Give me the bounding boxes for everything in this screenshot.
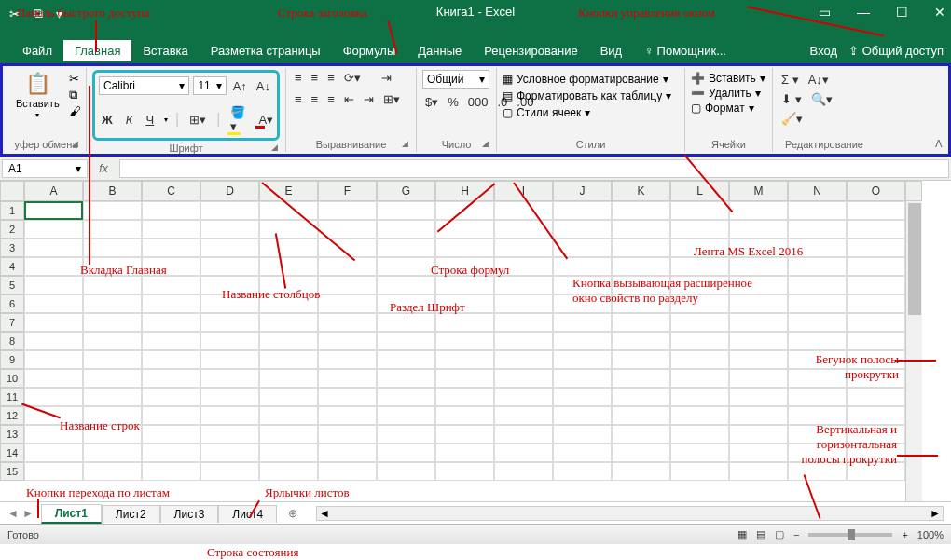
cells-area[interactable] — [24, 201, 905, 501]
cell[interactable] — [259, 220, 318, 239]
cell[interactable] — [612, 462, 670, 481]
cell[interactable] — [435, 444, 494, 462]
tab-home[interactable]: Главная — [63, 40, 131, 61]
cell[interactable] — [847, 425, 905, 444]
row-header[interactable]: 1 — [0, 201, 24, 220]
cell[interactable] — [318, 369, 377, 388]
cell[interactable] — [670, 201, 729, 220]
cell[interactable] — [259, 350, 318, 369]
row-header[interactable]: 3 — [0, 239, 24, 257]
cell[interactable] — [494, 201, 553, 220]
zoom-out-icon[interactable]: − — [793, 529, 799, 540]
row-header[interactable]: 4 — [0, 257, 24, 276]
column-header[interactable]: K — [612, 181, 670, 201]
border-button[interactable]: ⊞▾ — [186, 112, 209, 128]
cell[interactable] — [83, 350, 142, 369]
cell[interactable] — [200, 239, 259, 257]
cell[interactable] — [553, 388, 612, 406]
delete-cells-button[interactable]: ➖ Удалить ▾ — [691, 87, 761, 100]
cell[interactable] — [494, 350, 553, 369]
cell[interactable] — [142, 220, 200, 239]
row-header[interactable]: 13 — [0, 425, 24, 444]
cell[interactable] — [200, 462, 259, 481]
select-all-corner[interactable] — [0, 181, 24, 201]
orientation-button[interactable]: ⟳▾ — [341, 70, 364, 86]
cell[interactable] — [318, 220, 377, 239]
format-cells-button[interactable]: ▢ Формат ▾ — [691, 102, 754, 115]
zoom-slider[interactable] — [808, 533, 892, 537]
cell[interactable] — [259, 369, 318, 388]
cell[interactable] — [847, 201, 905, 220]
cell[interactable] — [847, 444, 905, 462]
cell[interactable] — [670, 462, 729, 481]
cell[interactable] — [24, 406, 83, 425]
cell[interactable] — [788, 313, 847, 332]
cell[interactable] — [318, 388, 377, 406]
cell[interactable] — [553, 276, 612, 294]
cell[interactable] — [847, 350, 905, 369]
cell[interactable] — [729, 388, 788, 406]
currency-button[interactable]: $▾ — [422, 94, 441, 110]
cell[interactable] — [494, 369, 553, 388]
row-header[interactable]: 5 — [0, 276, 24, 294]
close-icon[interactable]: ✕ — [934, 5, 945, 20]
cell[interactable] — [435, 313, 494, 332]
cell[interactable] — [553, 294, 612, 313]
copy-button[interactable]: ⧉ — [69, 88, 81, 102]
cell[interactable] — [377, 332, 435, 350]
cell[interactable] — [847, 294, 905, 313]
cell[interactable] — [729, 294, 788, 313]
column-header[interactable]: M — [729, 181, 788, 201]
cell[interactable] — [435, 406, 494, 425]
cell[interactable] — [847, 276, 905, 294]
cell[interactable] — [670, 257, 729, 276]
cell[interactable] — [788, 276, 847, 294]
cell[interactable] — [83, 201, 142, 220]
cell[interactable] — [788, 444, 847, 462]
cell[interactable] — [553, 462, 612, 481]
cell[interactable] — [377, 462, 435, 481]
cell[interactable] — [24, 313, 83, 332]
percent-button[interactable]: % — [445, 94, 462, 110]
cell[interactable] — [729, 462, 788, 481]
cell[interactable] — [142, 350, 200, 369]
cell[interactable] — [670, 369, 729, 388]
cell[interactable] — [494, 313, 553, 332]
cell[interactable] — [435, 239, 494, 257]
cell[interactable] — [612, 425, 670, 444]
cell[interactable] — [729, 350, 788, 369]
cell[interactable] — [612, 220, 670, 239]
cell[interactable] — [670, 425, 729, 444]
row-header[interactable]: 2 — [0, 220, 24, 239]
cell-styles-button[interactable]: ▢ Стили ячеек ▾ — [503, 105, 590, 120]
cell[interactable] — [670, 388, 729, 406]
cell[interactable] — [494, 220, 553, 239]
cell[interactable] — [259, 388, 318, 406]
row-header[interactable]: 11 — [0, 388, 24, 406]
cell[interactable] — [24, 444, 83, 462]
cell[interactable] — [494, 444, 553, 462]
view-normal-icon[interactable]: ▦ — [737, 528, 747, 540]
name-box[interactable]: A1▾ — [2, 159, 88, 178]
cell[interactable] — [377, 350, 435, 369]
cell[interactable] — [553, 220, 612, 239]
cell[interactable] — [142, 444, 200, 462]
cell[interactable] — [24, 388, 83, 406]
cut-button[interactable]: ✂ — [69, 72, 81, 86]
cell[interactable] — [729, 425, 788, 444]
cell[interactable] — [729, 276, 788, 294]
launcher-icon[interactable]: ◢ — [402, 139, 408, 148]
add-sheet-button[interactable]: ⊕ — [277, 507, 309, 520]
zoom-in-icon[interactable]: + — [902, 529, 907, 540]
cell[interactable] — [200, 220, 259, 239]
cell[interactable] — [318, 350, 377, 369]
cell[interactable] — [200, 350, 259, 369]
cell[interactable] — [142, 201, 200, 220]
cell[interactable] — [847, 406, 905, 425]
cell[interactable] — [729, 406, 788, 425]
cell[interactable] — [377, 444, 435, 462]
cell[interactable] — [377, 369, 435, 388]
cell[interactable] — [612, 388, 670, 406]
cell[interactable] — [612, 369, 670, 388]
cell[interactable] — [612, 332, 670, 350]
